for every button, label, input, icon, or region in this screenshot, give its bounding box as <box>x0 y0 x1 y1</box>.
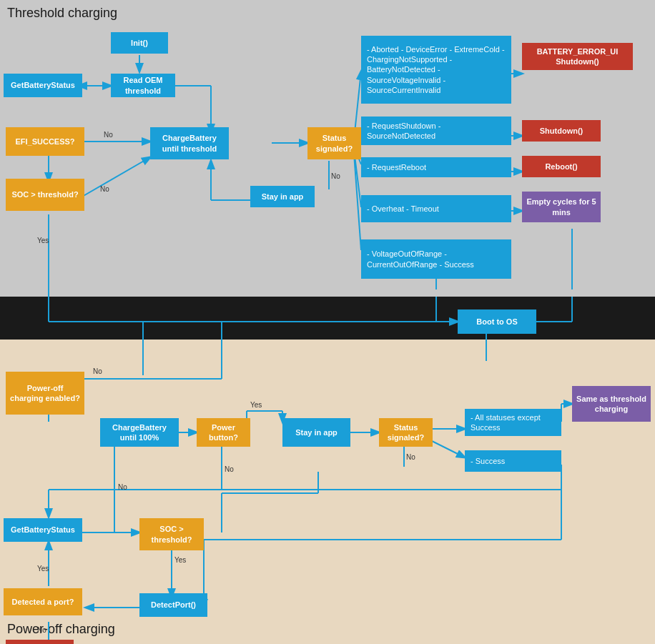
success-box: - Success <box>465 450 561 472</box>
status-signaled-bot: Status signaled? <box>379 418 433 447</box>
power-off-charging-label: Power-off charging <box>7 622 115 637</box>
svg-text:No: No <box>104 131 113 139</box>
get-battery-status-bot: GetBatteryStatus <box>4 518 82 542</box>
power-button: Power button? <box>197 418 250 447</box>
shutdown-bot: Shutdown() <box>6 640 74 644</box>
battery-error-ui: BATTERY_ERROR_UI Shutdown() <box>522 43 633 70</box>
shutdown-list: - RequestShutdown - SourceNotDetected <box>361 117 511 145</box>
threshold-charging-label: Threshold charging <box>7 6 117 21</box>
stay-in-app-bot: Stay in app <box>282 418 350 447</box>
svg-line-59 <box>429 440 465 457</box>
svg-text:Yes: Yes <box>250 401 262 409</box>
top-section: Threshold charging No No Yes No <box>0 0 655 297</box>
voltage-list: - VoltageOutOfRange - CurrentOutOfRange … <box>361 239 511 279</box>
init-box: Init() <box>111 32 168 54</box>
boot-to-os: Boot to OS <box>458 309 536 334</box>
reboot-list: - RequestReboot <box>361 157 511 177</box>
reboot-top: Reboot() <box>522 156 601 177</box>
efi-success-box: EFI_SUCCESS? <box>6 127 84 156</box>
all-statuses: - All statuses except Success <box>465 409 561 436</box>
soc-threshold-box: SOC > threshold? <box>6 179 84 211</box>
svg-text:Yes: Yes <box>37 565 49 573</box>
svg-text:No: No <box>406 453 415 461</box>
detect-port: DetectPort() <box>139 593 207 617</box>
overheat-list: - Overheat - Timeout <box>361 195 511 222</box>
charge-battery-threshold: ChargeBattery until threshold <box>150 127 229 159</box>
svg-text:No: No <box>118 483 127 491</box>
empty-cycles: Empty cycles for 5 mins <box>522 192 601 222</box>
read-oem-box: Read OEM threshold <box>111 74 175 97</box>
svg-text:Yes: Yes <box>37 237 49 244</box>
get-battery-status-top: GetBatteryStatus <box>4 74 82 97</box>
same-as-threshold: Same as threshold charging <box>572 386 651 422</box>
bottom-section: Power-off charging Yes No Yes No <box>0 340 655 644</box>
charge-battery-100: ChargeBattery until 100% <box>100 418 179 447</box>
svg-text:No: No <box>331 172 340 180</box>
error-list-box: - Aborted - DeviceError - ExtremeCold - … <box>361 36 511 104</box>
svg-text:No: No <box>225 465 234 473</box>
soc-threshold-bot: SOC > threshold? <box>139 518 204 550</box>
svg-line-8 <box>82 157 150 197</box>
svg-text:No: No <box>93 367 102 375</box>
power-off-enabled: Power-off charging enabled? <box>6 372 84 415</box>
svg-text:No: No <box>100 185 109 193</box>
detected-port: Detected a port? <box>4 588 82 615</box>
svg-text:Yes: Yes <box>174 556 186 564</box>
shutdown-top: Shutdown() <box>522 120 601 142</box>
middle-section: Boot to OS <box>0 297 655 340</box>
stay-in-app-top: Stay in app <box>250 186 315 207</box>
status-signaled-top: Status signaled? <box>307 127 361 159</box>
svg-line-21 <box>354 154 361 250</box>
